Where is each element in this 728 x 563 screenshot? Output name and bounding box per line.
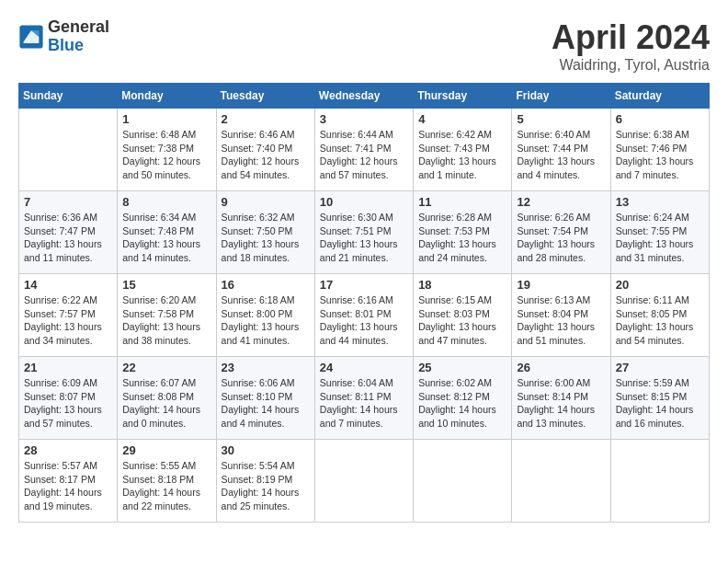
calendar-day-cell: [610, 440, 709, 523]
calendar-day-cell: [512, 440, 610, 523]
day-info: Sunrise: 6:40 AMSunset: 7:44 PMDaylight:…: [517, 128, 605, 182]
day-info: Sunrise: 6:26 AMSunset: 7:54 PMDaylight:…: [517, 211, 605, 265]
calendar-week-row: 7Sunrise: 6:36 AMSunset: 7:47 PMDaylight…: [19, 191, 710, 274]
day-info: Sunrise: 6:36 AMSunset: 7:47 PMDaylight:…: [24, 211, 112, 265]
calendar-weekday-header: Friday: [512, 84, 610, 109]
calendar-weekday-header: Sunday: [19, 84, 118, 109]
day-number: 17: [320, 278, 408, 292]
day-info: Sunrise: 6:24 AMSunset: 7:55 PMDaylight:…: [616, 211, 704, 265]
day-info: Sunrise: 6:09 AMSunset: 8:07 PMDaylight:…: [24, 376, 112, 431]
day-number: 7: [24, 195, 112, 209]
day-info: Sunrise: 6:30 AMSunset: 7:51 PMDaylight:…: [320, 211, 408, 265]
calendar-day-cell: 27Sunrise: 5:59 AMSunset: 8:15 PMDayligh…: [610, 357, 709, 440]
day-number: 20: [616, 278, 704, 292]
day-number: 6: [616, 112, 704, 126]
day-number: 26: [517, 361, 605, 374]
day-number: 12: [517, 195, 605, 209]
day-info: Sunrise: 6:13 AMSunset: 8:04 PMDaylight:…: [517, 293, 605, 348]
calendar-day-cell: 24Sunrise: 6:04 AMSunset: 8:11 PMDayligh…: [314, 357, 413, 440]
logo-icon: [18, 24, 44, 50]
day-number: 4: [418, 112, 506, 126]
day-number: 10: [320, 195, 408, 209]
day-number: 22: [122, 361, 210, 374]
calendar-day-cell: 19Sunrise: 6:13 AMSunset: 8:04 PMDayligh…: [512, 274, 610, 357]
calendar-day-cell: 2Sunrise: 6:46 AMSunset: 7:40 PMDaylight…: [216, 109, 314, 191]
calendar-week-row: 1Sunrise: 6:48 AMSunset: 7:38 PMDaylight…: [19, 109, 710, 191]
calendar-day-cell: 4Sunrise: 6:42 AMSunset: 7:43 PMDaylight…: [414, 109, 512, 191]
day-info: Sunrise: 6:22 AMSunset: 7:57 PMDaylight:…: [24, 293, 112, 348]
day-number: 13: [616, 195, 704, 209]
calendar-day-cell: 12Sunrise: 6:26 AMSunset: 7:54 PMDayligh…: [512, 191, 610, 274]
calendar-day-cell: 17Sunrise: 6:16 AMSunset: 8:01 PMDayligh…: [314, 274, 413, 357]
day-info: Sunrise: 6:00 AMSunset: 8:14 PMDaylight:…: [517, 376, 605, 431]
day-info: Sunrise: 5:55 AMSunset: 8:18 PMDaylight:…: [122, 459, 210, 513]
calendar-day-cell: 11Sunrise: 6:28 AMSunset: 7:53 PMDayligh…: [414, 191, 512, 274]
day-number: 16: [222, 278, 310, 292]
calendar-day-cell: 23Sunrise: 6:06 AMSunset: 8:10 PMDayligh…: [216, 357, 314, 440]
calendar-day-cell: 3Sunrise: 6:44 AMSunset: 7:41 PMDaylight…: [314, 109, 413, 191]
day-number: 30: [222, 443, 310, 457]
day-number: 29: [122, 443, 210, 457]
day-info: Sunrise: 6:20 AMSunset: 7:58 PMDaylight:…: [122, 293, 210, 348]
day-info: Sunrise: 6:28 AMSunset: 7:53 PMDaylight:…: [418, 211, 506, 265]
day-number: 25: [418, 361, 506, 374]
calendar-day-cell: 21Sunrise: 6:09 AMSunset: 8:07 PMDayligh…: [19, 357, 118, 440]
logo: General Blue: [18, 18, 109, 55]
day-info: Sunrise: 6:42 AMSunset: 7:43 PMDaylight:…: [418, 128, 506, 182]
day-number: 9: [222, 195, 310, 209]
logo-text: General Blue: [48, 18, 109, 55]
logo-general: General: [48, 18, 109, 37]
day-info: Sunrise: 5:59 AMSunset: 8:15 PMDaylight:…: [616, 376, 704, 431]
day-info: Sunrise: 5:57 AMSunset: 8:17 PMDaylight:…: [24, 459, 112, 513]
calendar-day-cell: [314, 440, 413, 523]
day-info: Sunrise: 5:54 AMSunset: 8:19 PMDaylight:…: [222, 459, 310, 513]
calendar-day-cell: [19, 109, 118, 191]
calendar-day-cell: 15Sunrise: 6:20 AMSunset: 7:58 PMDayligh…: [118, 274, 216, 357]
calendar-day-cell: 16Sunrise: 6:18 AMSunset: 8:00 PMDayligh…: [216, 274, 314, 357]
day-info: Sunrise: 6:16 AMSunset: 8:01 PMDaylight:…: [320, 293, 408, 348]
calendar-day-cell: 7Sunrise: 6:36 AMSunset: 7:47 PMDaylight…: [19, 191, 118, 274]
logo-blue: Blue: [48, 37, 109, 55]
day-info: Sunrise: 6:18 AMSunset: 8:00 PMDaylight:…: [222, 293, 310, 348]
day-number: 19: [517, 278, 605, 292]
day-number: 27: [616, 361, 704, 374]
calendar-weekday-header: Wednesday: [314, 84, 413, 109]
calendar-day-cell: [414, 440, 512, 523]
calendar-day-cell: 9Sunrise: 6:32 AMSunset: 7:50 PMDaylight…: [216, 191, 314, 274]
day-info: Sunrise: 6:02 AMSunset: 8:12 PMDaylight:…: [418, 376, 506, 431]
calendar-day-cell: 6Sunrise: 6:38 AMSunset: 7:46 PMDaylight…: [610, 109, 709, 191]
title-area: April 2024 Waidring, Tyrol, Austria: [552, 18, 710, 74]
calendar-day-cell: 1Sunrise: 6:48 AMSunset: 7:38 PMDaylight…: [118, 109, 216, 191]
day-number: 28: [24, 443, 112, 457]
calendar-day-cell: 14Sunrise: 6:22 AMSunset: 7:57 PMDayligh…: [19, 274, 118, 357]
calendar-weekday-header: Thursday: [414, 84, 512, 109]
calendar-day-cell: 20Sunrise: 6:11 AMSunset: 8:05 PMDayligh…: [610, 274, 709, 357]
calendar-day-cell: 25Sunrise: 6:02 AMSunset: 8:12 PMDayligh…: [414, 357, 512, 440]
day-info: Sunrise: 6:44 AMSunset: 7:41 PMDaylight:…: [320, 128, 408, 182]
month-title: April 2024: [552, 18, 710, 57]
calendar-day-cell: 18Sunrise: 6:15 AMSunset: 8:03 PMDayligh…: [414, 274, 512, 357]
calendar-table: SundayMondayTuesdayWednesdayThursdayFrid…: [18, 83, 710, 523]
calendar-weekday-header: Saturday: [610, 84, 709, 109]
day-number: 15: [122, 278, 210, 292]
calendar-day-cell: 28Sunrise: 5:57 AMSunset: 8:17 PMDayligh…: [19, 440, 118, 523]
day-info: Sunrise: 6:32 AMSunset: 7:50 PMDaylight:…: [222, 211, 310, 265]
page-header: General Blue April 2024 Waidring, Tyrol,…: [18, 18, 710, 74]
calendar-week-row: 28Sunrise: 5:57 AMSunset: 8:17 PMDayligh…: [19, 440, 710, 523]
calendar-day-cell: 10Sunrise: 6:30 AMSunset: 7:51 PMDayligh…: [314, 191, 413, 274]
day-number: 11: [418, 195, 506, 209]
calendar-weekday-header: Tuesday: [216, 84, 314, 109]
day-info: Sunrise: 6:11 AMSunset: 8:05 PMDaylight:…: [616, 293, 704, 348]
location-subtitle: Waidring, Tyrol, Austria: [552, 57, 710, 74]
day-number: 8: [122, 195, 210, 209]
day-info: Sunrise: 6:15 AMSunset: 8:03 PMDaylight:…: [418, 293, 506, 348]
calendar-weekday-header: Monday: [118, 84, 216, 109]
day-info: Sunrise: 6:34 AMSunset: 7:48 PMDaylight:…: [122, 211, 210, 265]
day-info: Sunrise: 6:38 AMSunset: 7:46 PMDaylight:…: [616, 128, 704, 182]
day-number: 5: [517, 112, 605, 126]
day-number: 18: [418, 278, 506, 292]
day-number: 24: [320, 361, 408, 374]
day-number: 21: [24, 361, 112, 374]
day-info: Sunrise: 6:46 AMSunset: 7:40 PMDaylight:…: [222, 128, 310, 182]
calendar-day-cell: 13Sunrise: 6:24 AMSunset: 7:55 PMDayligh…: [610, 191, 709, 274]
